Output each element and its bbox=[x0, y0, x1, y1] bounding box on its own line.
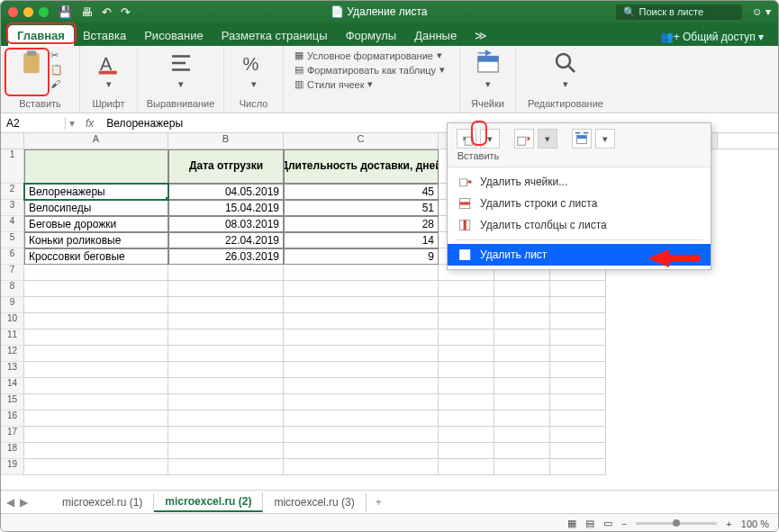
cell[interactable] bbox=[439, 313, 494, 329]
cell[interactable] bbox=[439, 362, 494, 378]
cell[interactable]: 14 bbox=[284, 232, 439, 248]
cell[interactable] bbox=[439, 410, 494, 427]
cell[interactable] bbox=[439, 443, 494, 459]
fx-icon[interactable]: fx bbox=[78, 117, 101, 130]
cell[interactable] bbox=[168, 443, 284, 459]
maximize-window-icon[interactable] bbox=[39, 7, 49, 17]
cell[interactable] bbox=[550, 329, 606, 346]
number-button[interactable]: %▾ bbox=[240, 50, 267, 90]
cell[interactable] bbox=[24, 297, 168, 313]
cell[interactable] bbox=[284, 362, 439, 378]
cell[interactable] bbox=[24, 394, 168, 410]
cell[interactable] bbox=[24, 443, 168, 459]
cell[interactable] bbox=[284, 443, 439, 459]
view-normal-icon[interactable]: ▦ bbox=[567, 518, 576, 529]
cell[interactable] bbox=[284, 329, 439, 346]
cell[interactable] bbox=[439, 329, 494, 346]
row-header[interactable]: 3 bbox=[1, 200, 24, 216]
cell[interactable]: Велосипеды bbox=[24, 200, 168, 216]
zoom-slider[interactable] bbox=[636, 522, 717, 525]
print-icon[interactable]: 🖶 bbox=[81, 5, 93, 19]
cell[interactable] bbox=[550, 281, 606, 297]
cell[interactable] bbox=[494, 313, 550, 329]
sheet-tab[interactable]: microexcel.ru (3) bbox=[263, 493, 366, 511]
cell[interactable] bbox=[168, 313, 284, 329]
cell[interactable] bbox=[439, 427, 494, 443]
cell[interactable] bbox=[494, 443, 550, 459]
cell[interactable] bbox=[24, 362, 168, 378]
name-box-dropdown-icon[interactable]: ▾ bbox=[66, 117, 78, 130]
cell[interactable] bbox=[284, 265, 439, 281]
cell[interactable] bbox=[494, 427, 550, 443]
cell[interactable] bbox=[168, 394, 284, 410]
tab-data[interactable]: Данные bbox=[405, 25, 466, 46]
table-header-cell[interactable]: Длительность доставки, дней bbox=[284, 149, 439, 184]
cell[interactable] bbox=[494, 410, 550, 427]
cell[interactable] bbox=[168, 346, 284, 362]
format-cell-dropdown-icon[interactable]: ▾ bbox=[595, 129, 615, 149]
user-account-icon[interactable]: ☺ ▾ bbox=[751, 5, 771, 18]
tab-home[interactable]: Главная bbox=[8, 25, 74, 46]
close-window-icon[interactable] bbox=[8, 7, 18, 17]
minimize-window-icon[interactable] bbox=[23, 7, 33, 17]
paste-button[interactable] bbox=[18, 50, 45, 77]
cell[interactable] bbox=[439, 459, 494, 475]
cell[interactable] bbox=[24, 346, 168, 362]
cell[interactable]: Коньки роликовые bbox=[24, 232, 168, 248]
cell[interactable] bbox=[494, 297, 550, 313]
view-page-break-icon[interactable]: ▭ bbox=[603, 518, 612, 529]
tab-formulas[interactable]: Формулы bbox=[337, 25, 406, 46]
cell[interactable]: 9 bbox=[284, 248, 439, 265]
sheet-nav-prev-icon[interactable]: ◀ bbox=[6, 496, 14, 509]
cell[interactable]: 04.05.2019 bbox=[168, 184, 284, 200]
cell[interactable] bbox=[168, 329, 284, 346]
cell[interactable] bbox=[494, 459, 550, 475]
table-header-cell[interactable]: Дата отгрузки bbox=[168, 149, 284, 184]
row-header[interactable]: 10 bbox=[1, 313, 24, 329]
cell[interactable] bbox=[284, 281, 439, 297]
cell[interactable] bbox=[168, 281, 284, 297]
copy-icon[interactable]: 📋 bbox=[50, 64, 63, 76]
cell[interactable] bbox=[168, 362, 284, 378]
row-header[interactable]: 1 bbox=[1, 149, 24, 184]
conditional-formatting-button[interactable]: ▦Условное форматирование ▾ bbox=[294, 50, 445, 61]
delete-cell-icon[interactable] bbox=[514, 129, 534, 149]
cell[interactable] bbox=[168, 410, 284, 427]
row-header[interactable]: 5 bbox=[1, 232, 24, 248]
cell[interactable] bbox=[550, 394, 606, 410]
row-header[interactable]: 16 bbox=[1, 410, 24, 427]
cell[interactable] bbox=[168, 297, 284, 313]
cut-icon[interactable]: ✂ bbox=[50, 50, 63, 61]
cell[interactable] bbox=[24, 313, 168, 329]
insert-cell-icon[interactable] bbox=[457, 129, 476, 149]
cell[interactable]: Кроссовки беговые bbox=[24, 248, 168, 265]
row-header[interactable]: 18 bbox=[1, 443, 24, 459]
cell[interactable] bbox=[284, 378, 439, 394]
name-box[interactable]: A2 bbox=[1, 117, 66, 130]
undo-icon[interactable]: ↶ bbox=[102, 5, 112, 19]
row-header[interactable]: 11 bbox=[1, 329, 24, 346]
delete-cell-dropdown-icon[interactable]: ▾ bbox=[538, 129, 557, 149]
select-all-corner[interactable] bbox=[1, 133, 24, 149]
insert-cell-dropdown-icon[interactable]: ▾ bbox=[480, 129, 500, 149]
view-page-layout-icon[interactable]: ▤ bbox=[585, 518, 594, 529]
cell[interactable] bbox=[168, 427, 284, 443]
cell[interactable]: 26.03.2019 bbox=[168, 248, 284, 265]
cell[interactable] bbox=[24, 281, 168, 297]
row-header[interactable]: 17 bbox=[1, 427, 24, 443]
cell[interactable] bbox=[284, 297, 439, 313]
col-header[interactable]: C bbox=[284, 133, 439, 149]
cell[interactable] bbox=[284, 427, 439, 443]
menu-delete-columns[interactable]: Удалить столбцы с листа bbox=[448, 214, 711, 236]
col-header[interactable]: A bbox=[24, 133, 168, 149]
format-painter-icon[interactable]: 🖌 bbox=[50, 78, 63, 89]
window-controls[interactable] bbox=[8, 7, 49, 17]
share-button[interactable]: 👥+ Общий доступ ▾ bbox=[653, 28, 771, 46]
cell[interactable] bbox=[550, 346, 606, 362]
menu-delete-rows[interactable]: Удалить строки с листа bbox=[448, 193, 711, 214]
row-header[interactable]: 12 bbox=[1, 346, 24, 362]
cell[interactable]: Беговые дорожки bbox=[24, 216, 168, 232]
cell[interactable]: 28 bbox=[284, 216, 439, 232]
cell[interactable]: Велоренажеры bbox=[24, 184, 168, 200]
menu-delete-sheet[interactable]: Удалить лист bbox=[448, 244, 711, 266]
